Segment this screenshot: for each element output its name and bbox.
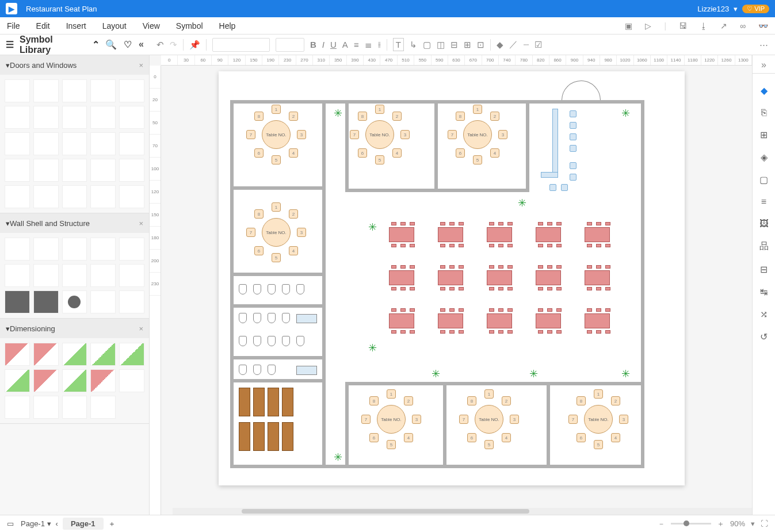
symbol-item[interactable] [119, 238, 144, 261]
rect-table[interactable] [434, 224, 467, 246]
round-table[interactable]: Table NO.12345678 [460, 391, 518, 448]
toilet[interactable] [296, 336, 304, 346]
sink[interactable] [296, 366, 317, 375]
symbol-item[interactable] [119, 132, 144, 155]
symbol-item[interactable] [90, 79, 116, 102]
toilet[interactable] [253, 313, 261, 323]
symbol-item[interactable] [5, 106, 30, 129]
symbol-item[interactable] [62, 106, 87, 129]
symbol-item[interactable] [33, 132, 59, 155]
app-logo[interactable]: ▶ [6, 3, 17, 14]
symbol-item[interactable] [33, 238, 59, 261]
save-icon[interactable]: 🖫 [679, 21, 687, 30]
ruler-panel-icon[interactable]: ↹ [760, 286, 768, 297]
add-page-button[interactable]: ＋ [108, 519, 116, 529]
layers-panel-icon[interactable]: ◈ [761, 152, 768, 163]
symbol-item[interactable] [90, 369, 116, 392]
symbol-item[interactable] [119, 343, 144, 366]
sink[interactable] [296, 314, 317, 323]
fill-color-tool[interactable]: ◆ [497, 40, 503, 50]
bench[interactable] [268, 422, 279, 451]
rect-table[interactable] [434, 310, 467, 332]
plant[interactable]: ✳ [368, 342, 379, 352]
theme-panel-icon[interactable]: ◆ [761, 85, 768, 96]
rect-table[interactable] [434, 267, 467, 289]
stool[interactable] [549, 184, 556, 191]
toilet[interactable] [253, 284, 261, 294]
menu-insert[interactable]: Insert [66, 21, 86, 30]
present-panel-icon[interactable]: ▢ [759, 174, 768, 185]
menu-symbol[interactable]: Symbol [176, 21, 203, 30]
toilet[interactable] [268, 313, 276, 323]
redo-button[interactable]: ↷ [170, 40, 177, 50]
symbol-item[interactable] [62, 343, 87, 366]
focus-icon[interactable]: ▣ [625, 21, 632, 30]
font-family-select[interactable] [212, 38, 270, 52]
symbol-item[interactable] [62, 159, 87, 182]
export-icon[interactable]: ↗ [720, 21, 727, 30]
italic-button[interactable]: I [322, 40, 324, 49]
symbol-item[interactable] [62, 396, 87, 419]
symbol-item[interactable] [90, 396, 116, 419]
zoom-in-button[interactable]: ＋ [717, 519, 724, 529]
stool[interactable] [570, 145, 577, 152]
rect-table[interactable] [385, 310, 418, 332]
heart-icon[interactable]: ♡ [124, 39, 132, 50]
toilet[interactable] [282, 284, 290, 294]
bench[interactable] [253, 388, 265, 416]
shuffle-panel-icon[interactable]: ⤮ [760, 309, 768, 320]
tree-panel-icon[interactable]: 品 [759, 240, 769, 252]
rect-table[interactable] [532, 310, 564, 332]
symbol-item[interactable] [62, 132, 87, 155]
history-panel-icon[interactable]: ↺ [760, 331, 768, 342]
symbol-item[interactable] [33, 369, 59, 392]
symbol-item[interactable] [90, 343, 116, 366]
align-objects-tool[interactable]: ⊟ [451, 40, 458, 50]
shape-fill-tool[interactable]: ▢ [423, 40, 431, 50]
page[interactable]: Table NO.12345678Table NO.12345678Table … [219, 71, 685, 485]
menu-edit[interactable]: Edit [36, 21, 50, 30]
symbol-item[interactable] [119, 106, 144, 129]
vip-badge[interactable]: ♡ VIP [742, 5, 769, 13]
stool[interactable] [570, 162, 577, 169]
rect-table[interactable] [483, 310, 516, 332]
rect-table[interactable] [385, 224, 418, 246]
canvas-viewport[interactable]: Table NO.12345678Table NO.12345678Table … [161, 66, 752, 515]
toilet[interactable] [282, 336, 290, 346]
plant[interactable]: ✳ [334, 107, 344, 117]
symbol-item[interactable] [62, 185, 87, 208]
rect-table[interactable] [483, 267, 516, 289]
symbol-item[interactable] [119, 369, 144, 392]
user-menu[interactable]: Lizzie123 ▾ ♡ VIP [697, 5, 769, 13]
symbol-item[interactable] [33, 79, 59, 102]
export-panel-icon[interactable]: ⎘ [761, 108, 767, 118]
symbol-item[interactable] [33, 185, 59, 208]
toilet[interactable] [296, 284, 304, 294]
symbol-item[interactable] [90, 159, 116, 182]
connector-tool[interactable]: ↳ [410, 40, 417, 50]
zoom-value[interactable]: 90% [730, 519, 745, 528]
symbol-item[interactable] [119, 185, 144, 208]
symbol-item[interactable] [90, 264, 116, 287]
symbol-item[interactable] [5, 185, 30, 208]
plant[interactable]: ✳ [518, 197, 528, 207]
menu-help[interactable]: Help [219, 21, 236, 30]
page-select[interactable]: Page-1 ▾ [21, 519, 51, 528]
fullscreen-icon[interactable]: ⛶ [761, 519, 768, 528]
symbol-item[interactable] [119, 290, 144, 313]
toilet[interactable] [253, 365, 261, 375]
line-tool[interactable]: ／ [509, 39, 518, 50]
symbol-item[interactable] [62, 79, 87, 102]
chevron-up-icon[interactable]: ⌃ [92, 39, 100, 50]
symbol-item[interactable] [62, 290, 87, 313]
menu-layout[interactable]: Layout [102, 21, 127, 30]
image-panel-icon[interactable]: 🖼 [759, 219, 769, 229]
toilet[interactable] [239, 336, 247, 346]
symbol-item[interactable] [5, 369, 30, 392]
rect-table[interactable] [385, 267, 418, 289]
plant[interactable]: ✳ [529, 368, 540, 378]
symbol-item[interactable] [5, 343, 30, 366]
distribute-tool[interactable]: ⊞ [464, 40, 471, 50]
category-header[interactable]: ▾ Doors and Windows × [0, 55, 149, 75]
symbol-item[interactable] [90, 106, 116, 129]
